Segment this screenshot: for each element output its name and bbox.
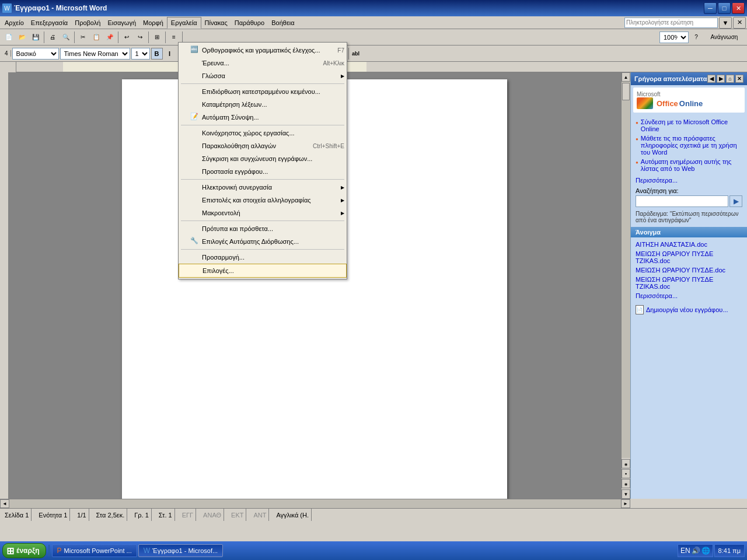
scroll-track-v[interactable]	[622, 82, 630, 458]
minimize-button[interactable]: ─	[704, 2, 717, 14]
vertical-scrollbar[interactable]: ▲ ◉ ● ◉ ▼	[621, 72, 630, 499]
zoom-help-button[interactable]: ?	[690, 31, 703, 44]
new-document-link[interactable]: 📄 Δημιουργία νέου εγγράφου...	[631, 303, 747, 317]
bullet-icon-1: ●	[636, 136, 638, 142]
panel-search-input[interactable]	[636, 195, 728, 207]
open-file-2[interactable]: ΜΕΙΩΣΗ ΩΡΑΡΙΟΥ ΠΥΣΔΕ.doc	[636, 265, 742, 275]
panel-forward-button[interactable]: ▶	[717, 75, 725, 83]
styles-button[interactable]: abl	[351, 48, 361, 60]
word-icon: W	[144, 547, 150, 555]
menu-insert[interactable]: Εισαγωγή	[104, 17, 139, 29]
window-title: Έγγραφο1 - Microsoft Word	[14, 4, 107, 12]
tools-trackchanges[interactable]: Παρακολούθηση αλλαγών Ctrl+Shift+E	[179, 139, 347, 152]
scroll-right-button[interactable]: ►	[621, 499, 630, 508]
size-select[interactable]: 12	[131, 48, 150, 60]
help-search-input[interactable]	[624, 18, 718, 28]
menu-file[interactable]: Αρχείο	[1, 17, 27, 29]
tools-customize[interactable]: Προσαρμογή...	[179, 251, 347, 264]
tools-language[interactable]: Γλώσσα ▶	[179, 69, 347, 82]
scroll-next-page[interactable]: ◉	[622, 479, 630, 488]
tools-onlinecollaboration[interactable]: Ηλεκτρονική συνεργασία ▶	[179, 181, 347, 194]
panel-link-0[interactable]: ● Σύνδεση με το Microsoft Office Online	[636, 117, 742, 134]
sep-2	[181, 125, 344, 125]
tools-research[interactable]: Έρευνα... Alt+Κλικ	[179, 57, 347, 69]
example-text: Παράδειγμα: "Εκτύπωση περισσότερων από έ…	[631, 209, 747, 225]
print-button[interactable]: 🖨	[46, 31, 59, 44]
separator-3	[118, 32, 118, 43]
taskbar-word[interactable]: W Έγγραφο1 - Microsof...	[138, 544, 223, 557]
printpreview-button[interactable]: 🔍	[60, 31, 72, 44]
language-arrow: ▶	[341, 74, 344, 79]
scroll-left-button[interactable]: ◄	[0, 499, 9, 508]
horizontal-ruler[interactable]	[16, 62, 747, 72]
tools-compare[interactable]: Σύγκριση και συγχώνευση εγγράφων...	[179, 152, 347, 165]
tools-macros[interactable]: Μακροεντολή ▶	[179, 206, 347, 219]
new-button[interactable]: 📄	[2, 31, 15, 44]
tools-letters[interactable]: Επιστολές και στοιχεία αλληλογραφίας ▶	[179, 194, 347, 206]
open-file-1[interactable]: ΜΕΙΩΣΗ ΩΡΑΡΙΟΥ ΠΥΣΔΕ TZIKAS.doc	[636, 249, 742, 265]
undo-button[interactable]: ↩	[120, 31, 133, 44]
reading-mode-button[interactable]: Ανάγνωση	[704, 31, 745, 44]
panel-back-button[interactable]: ◀	[707, 75, 715, 83]
menu-view[interactable]: Προβολή	[71, 17, 104, 29]
start-button[interactable]: ⊞ έναρξη	[2, 543, 46, 558]
open-file-0[interactable]: ΑΙΤΗΣΗ ΑΝΑΣΤΑΣΙΑ.doc	[636, 240, 742, 249]
redo-button[interactable]: ↪	[134, 31, 146, 44]
save-button[interactable]: 💾	[29, 31, 42, 44]
tools-menu: 🔤 Ορθογραφικός και γραμματικός έλεγχος..…	[178, 42, 347, 279]
close-panel-button[interactable]: ✕	[733, 17, 746, 29]
paste-button[interactable]: 📌	[103, 31, 116, 44]
font-select[interactable]: Times New Roman	[60, 48, 130, 60]
help-search-button[interactable]: ▼	[719, 17, 732, 29]
open-file-3[interactable]: ΜΕΙΩΣΗ ΩΡΑΡΙΟΥ ΠΥΣΔΕ TZIKAS.doc	[636, 275, 742, 291]
table-button[interactable]: ⊞	[151, 31, 163, 44]
separator-5	[165, 32, 166, 43]
tools-wordcount[interactable]: Καταμέτρηση λέξεων...	[179, 98, 347, 111]
menu-edit[interactable]: Επεξεργασία	[27, 17, 71, 29]
panel-link-1[interactable]: ● Μάθετε τις πιο πρόσφατες πληροφορίες σ…	[636, 134, 742, 157]
compare-icon	[190, 154, 200, 163]
scroll-select-browse[interactable]: ●	[622, 469, 630, 478]
tools-shared[interactable]: Κοινόχρηστος χώρος εργασίας...	[179, 127, 347, 139]
scroll-up-button[interactable]: ▲	[622, 72, 630, 82]
more-files-link[interactable]: Περισσότερα...	[636, 291, 742, 300]
open-button[interactable]: 📂	[16, 31, 29, 44]
panel-close-button[interactable]: ✕	[735, 75, 743, 83]
panel-search-button[interactable]: ▶	[729, 195, 742, 207]
italic-button[interactable]: I	[164, 48, 176, 60]
tools-autocorrect[interactable]: 🔧 Επιλογές Αυτόματης Διόρθωσης...	[179, 235, 347, 248]
scroll-thumb-v[interactable]	[622, 83, 630, 100]
autosummarize-icon: 📝	[190, 113, 200, 122]
logo-office: Office	[657, 99, 678, 108]
panel-link-2[interactable]: ● Αυτόματη ενημέρωση αυτής της λίστας απ…	[636, 157, 742, 173]
menu-table[interactable]: Πίνακας	[201, 17, 231, 29]
scroll-down-button[interactable]: ▼	[622, 489, 630, 499]
panel-home-button[interactable]: ⌂	[726, 75, 734, 83]
tools-autosummarize[interactable]: 📝 Αυτόματη Σύνοψη...	[179, 111, 347, 124]
sep-5	[181, 249, 344, 250]
tools-templates[interactable]: Πρότυπα και πρόσθετα...	[179, 222, 347, 235]
menu-format[interactable]: Μορφή	[139, 17, 167, 29]
style-select[interactable]: Βασικό	[12, 48, 59, 60]
cut-button[interactable]: ✂	[76, 31, 89, 44]
horizontal-scrollbar[interactable]: ◄ ►	[0, 499, 630, 508]
maximize-button[interactable]: □	[718, 2, 731, 14]
close-button[interactable]: ✕	[732, 2, 745, 14]
tools-repair[interactable]: Επιδιόρθωση κατεστραμμένου κειμένου...	[179, 85, 347, 98]
menu-window[interactable]: Παράθυρο	[231, 17, 268, 29]
tools-options[interactable]: Επιλογές...	[179, 264, 347, 278]
toolbar-search-area: ▼ ✕	[624, 17, 746, 29]
svg-rect-2	[0, 72, 8, 499]
scroll-prev-page[interactable]: ◉	[622, 459, 630, 468]
bold-button[interactable]: B	[151, 48, 163, 60]
status-ext: ΕΚΤ	[229, 509, 246, 521]
more-link[interactable]: Περισσότερα...	[631, 176, 747, 185]
scroll-track-h[interactable]	[9, 499, 621, 508]
menu-tools[interactable]: Εργαλεία	[167, 17, 201, 29]
tools-spelling[interactable]: 🔤 Ορθογραφικός και γραμματικός έλεγχος..…	[179, 44, 347, 57]
zoom-select[interactable]: 100%	[659, 32, 689, 43]
tools-protect[interactable]: Προστασία εγγράφου...	[179, 165, 347, 178]
taskbar-powerpoint[interactable]: P Microsoft PowerPoint ...	[52, 544, 137, 557]
copy-button[interactable]: 📋	[90, 31, 103, 44]
menu-help[interactable]: Βοήθεια	[268, 17, 298, 29]
